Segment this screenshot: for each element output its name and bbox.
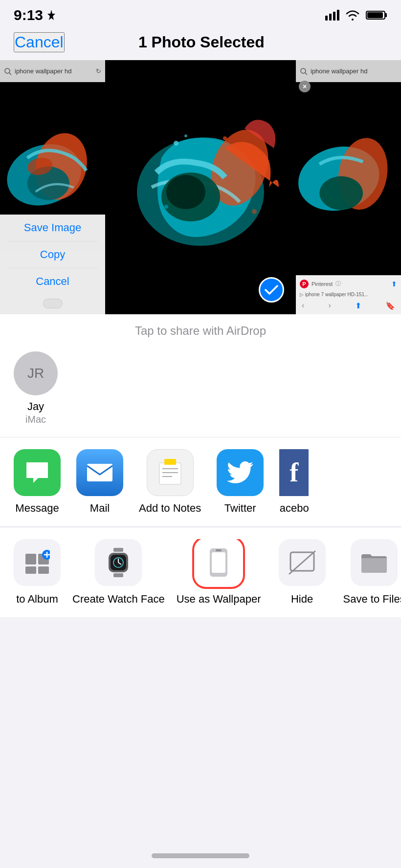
photo-right[interactable]: iphone wallpaper hd × P Pinterest ⓘ ⬆ ▷ … [296, 60, 401, 314]
share-apps-list: Message Mail [0, 449, 401, 515]
svg-point-16 [184, 134, 187, 137]
share-apps-row: Message Mail [0, 437, 401, 527]
actions-row: to Album Create Watch Face [0, 527, 401, 617]
cancel-button[interactable]: Cancel [14, 32, 65, 52]
airdrop-section: Tap to share with AirDrop JR Jay iMac [0, 314, 401, 437]
folder-icon [360, 551, 388, 574]
svg-rect-36 [25, 566, 36, 574]
airdrop-label: Tap to share with AirDrop [14, 324, 387, 338]
svg-point-3 [5, 68, 10, 73]
status-bar: 9:13 [0, 0, 401, 27]
phone-icon [208, 548, 229, 577]
watch-face-label: Create Watch Face [72, 593, 165, 606]
svg-point-15 [174, 141, 178, 146]
photo-left[interactable]: iphone wallpaper hd ↻ Save Image Copy [0, 60, 105, 314]
message-icon [14, 449, 61, 496]
svg-rect-1 [385, 13, 387, 17]
share-app-message[interactable]: Message [14, 449, 61, 515]
svg-rect-50 [216, 549, 222, 551]
svg-point-21 [301, 68, 306, 73]
facebook-icon: f [279, 449, 309, 496]
twitter-label: Twitter [224, 502, 256, 515]
svg-line-22 [305, 73, 307, 75]
contact-device: iMac [25, 414, 46, 425]
share-app-mail[interactable]: Mail [76, 449, 123, 515]
svg-point-20 [252, 209, 257, 214]
watch-icon-box [95, 539, 142, 586]
hide-icon-box [279, 539, 326, 586]
avatar-jay: JR [14, 351, 58, 395]
save-files-icon-box [351, 539, 398, 586]
share-app-notes[interactable]: Add to Notes [139, 449, 201, 515]
notes-icon [147, 449, 194, 496]
home-indicator [152, 853, 249, 858]
message-label: Message [15, 502, 59, 515]
twitter-icon [217, 449, 264, 496]
svg-point-18 [248, 144, 251, 147]
photo-checkmark [259, 277, 284, 303]
svg-rect-27 [87, 464, 112, 481]
action-watch-face[interactable]: Create Watch Face [72, 539, 165, 606]
contact-name: Jay [27, 400, 44, 413]
wallpaper-label: Use as Wallpaper [177, 593, 261, 606]
mail-icon [76, 449, 123, 496]
svg-rect-41 [113, 548, 123, 552]
wallpaper-icon-box [195, 539, 242, 586]
svg-point-14 [166, 175, 205, 209]
bottom-spacer [0, 617, 401, 666]
battery-icon [366, 10, 387, 21]
svg-rect-49 [212, 552, 225, 573]
action-save-files[interactable]: Save to Files [343, 539, 401, 606]
svg-rect-37 [38, 566, 49, 574]
photo-strip: iphone wallpaper hd ↻ Save Image Copy [0, 60, 401, 314]
save-image-btn[interactable]: Save Image [0, 215, 105, 241]
share-app-facebook[interactable]: f Faceboo [279, 449, 309, 515]
mail-label: Mail [90, 502, 110, 515]
watch-icon [106, 548, 131, 577]
svg-point-26 [319, 176, 363, 210]
nav-title: 1 Photo Selected [138, 33, 265, 51]
time-label: 9:13 [14, 7, 43, 23]
wifi-icon [345, 10, 360, 21]
svg-rect-33 [164, 461, 176, 465]
save-files-label: Save to Files [343, 593, 401, 606]
svg-point-19 [164, 205, 168, 209]
nav-bar: Cancel 1 Photo Selected [0, 27, 401, 60]
action-hide[interactable]: Hide [273, 539, 332, 606]
add-album-icon [24, 550, 50, 575]
action-wallpaper[interactable]: Use as Wallpaper [177, 539, 261, 606]
airdrop-contact-jay[interactable]: JR Jay iMac [14, 351, 58, 425]
add-album-label: to Album [16, 593, 58, 606]
hide-icon [289, 550, 316, 575]
svg-line-4 [9, 73, 11, 75]
facebook-label: Faceboo [279, 502, 309, 515]
share-app-twitter[interactable]: Twitter [217, 449, 264, 515]
airdrop-contacts: JR Jay iMac [14, 347, 387, 429]
location-icon [47, 10, 56, 21]
actions-list: to Album Create Watch Face [0, 539, 401, 606]
copy-btn[interactable]: Copy [0, 241, 105, 268]
notes-label: Add to Notes [139, 502, 201, 515]
svg-rect-2 [367, 12, 383, 18]
signal-bars-icon [325, 10, 339, 21]
photo-center[interactable] [105, 60, 296, 314]
add-album-icon-box [14, 539, 61, 586]
svg-rect-34 [25, 554, 36, 564]
status-icons [325, 10, 387, 21]
svg-point-17 [223, 136, 227, 140]
hide-label: Hide [291, 593, 313, 606]
svg-rect-28 [159, 463, 181, 484]
action-add-album[interactable]: to Album [14, 539, 61, 606]
cancel-ctx-btn[interactable]: Cancel [0, 268, 105, 295]
status-time: 9:13 [14, 7, 56, 23]
svg-rect-42 [113, 573, 123, 577]
